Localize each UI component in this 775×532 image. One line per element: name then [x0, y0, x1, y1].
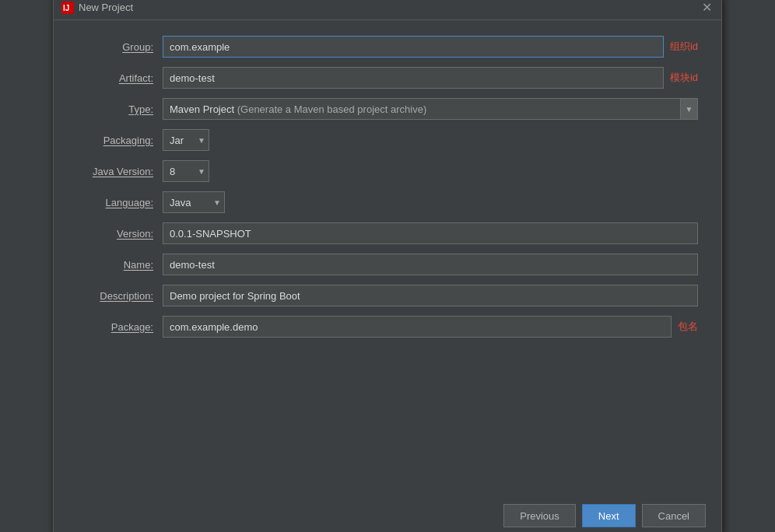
type-selector[interactable]: Maven Project (Generate a Maven based pr… — [163, 98, 698, 120]
language-row: Language: Java Kotlin Groovy ▼ — [77, 191, 698, 213]
package-annotation: 包名 — [678, 320, 698, 334]
package-row: Package: 包名 — [77, 316, 698, 338]
package-label: Package: — [77, 321, 163, 333]
artifact-row: Artifact: 模块id — [77, 67, 698, 89]
language-label: Language: — [77, 197, 163, 208]
title-bar-left: IJ New Project — [61, 2, 133, 14]
java-version-row: Java Version: 8 11 17 ▼ — [77, 160, 698, 182]
form-content: Group: 组织id Artifact: 模块id Type: Maven P… — [54, 20, 721, 495]
close-button[interactable]: ✕ — [700, 2, 714, 14]
type-label: Type: — [77, 103, 163, 115]
artifact-annotation: 模块id — [670, 71, 698, 85]
packaging-select-wrapper: Jar War ▼ — [163, 129, 209, 151]
java-version-label: Java Version: — [77, 166, 163, 177]
packaging-select[interactable]: Jar War — [163, 129, 209, 151]
type-description: (Generate a Maven based project archive) — [237, 103, 427, 115]
title-bar: IJ New Project ✕ — [54, 0, 721, 20]
java-version-select-wrapper: 8 11 17 ▼ — [163, 160, 209, 182]
version-input[interactable] — [163, 222, 698, 244]
type-value: Maven Project (Generate a Maven based pr… — [163, 100, 680, 118]
previous-button[interactable]: Previous — [503, 504, 576, 527]
artifact-label: Artifact: — [77, 72, 163, 84]
group-row: Group: 组织id — [77, 36, 698, 58]
svg-text:IJ: IJ — [63, 4, 69, 12]
description-input[interactable] — [163, 285, 698, 306]
name-input[interactable] — [163, 254, 698, 275]
description-label: Description: — [77, 290, 163, 302]
artifact-input[interactable] — [163, 67, 664, 89]
next-button[interactable]: Next — [582, 504, 636, 527]
bottom-spacer — [77, 347, 698, 487]
java-version-select[interactable]: 8 11 17 — [163, 160, 209, 182]
group-annotation: 组织id — [670, 40, 698, 54]
packaging-row: Packaging: Jar War ▼ — [77, 129, 698, 151]
window-title: New Project — [79, 2, 133, 13]
name-label: Name: — [77, 259, 163, 271]
version-row: Version: — [77, 222, 698, 244]
language-select[interactable]: Java Kotlin Groovy — [163, 191, 225, 213]
group-label: Group: — [77, 41, 163, 53]
package-input[interactable] — [163, 316, 672, 338]
type-row: Type: Maven Project (Generate a Maven ba… — [77, 98, 698, 120]
description-row: Description: — [77, 285, 698, 306]
version-label: Version: — [77, 228, 163, 240]
app-icon: IJ — [61, 2, 74, 14]
group-input[interactable] — [163, 36, 664, 58]
packaging-label: Packaging: — [77, 135, 163, 146]
cancel-button[interactable]: Cancel — [642, 504, 706, 527]
footer: Previous Next Cancel — [54, 495, 721, 532]
name-row: Name: — [77, 254, 698, 275]
group-label-underline: G — [122, 41, 130, 53]
language-select-wrapper: Java Kotlin Groovy ▼ — [163, 191, 225, 213]
new-project-window: IJ New Project ✕ Group: 组织id Artifact: 模… — [53, 0, 722, 532]
type-dropdown-button[interactable]: ▼ — [680, 99, 697, 119]
